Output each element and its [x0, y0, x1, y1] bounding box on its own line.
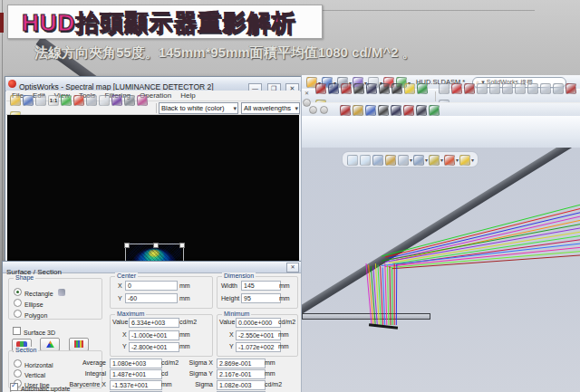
layers-icon[interactable] — [111, 95, 122, 106]
surface-section-panel: Surface / Section ✕ Shape Rectangle Elli… — [2, 261, 302, 392]
center-x-field[interactable]: 0 — [125, 281, 178, 291]
zoom-fit-icon[interactable] — [347, 155, 358, 166]
height-field[interactable]: 95 — [241, 293, 281, 303]
view-orientation-dropdown-icon[interactable]: ▾ — [410, 158, 412, 163]
selection-handle[interactable] — [153, 243, 159, 248]
optis-q3-icon[interactable] — [340, 105, 351, 116]
scene-ball-icon[interactable] — [459, 155, 470, 166]
forward-icon[interactable] — [320, 106, 328, 114]
center-legend: Center — [115, 272, 138, 279]
shape-group: Shape Rectangle Ellipse Polygon — [8, 278, 102, 320]
slide-corner-chip — [0, 13, 4, 33]
optis-q1-icon[interactable] — [315, 83, 326, 94]
expand-icon[interactable] — [86, 95, 97, 106]
adjust-icon[interactable] — [137, 95, 148, 106]
image-dark-icon[interactable] — [378, 105, 389, 116]
realview-icon[interactable] — [444, 155, 455, 166]
stat-left-label: Average — [63, 359, 106, 366]
gray-2-icon[interactable] — [477, 83, 488, 94]
solidworks-secondary-toolbar — [302, 102, 580, 117]
k-red-icon[interactable] — [464, 83, 475, 94]
minimum-group: Minimum Value 0.000e+000 cd/m2 X -2.550e… — [217, 314, 298, 357]
pencil-2-icon[interactable] — [365, 105, 376, 116]
maximum-group: Maximum Value 6.334e+003 cd/m2 X -1.000e… — [110, 314, 213, 357]
levels-icon[interactable] — [124, 95, 135, 106]
copy-icon[interactable] — [99, 95, 110, 106]
gray-6-icon[interactable] — [527, 83, 538, 94]
command-manager-band: 快速篩選 — [302, 116, 580, 148]
color-grid-button[interactable] — [69, 338, 89, 351]
view-orientation-icon[interactable] — [398, 155, 409, 166]
optisworks-titlebar[interactable]: OptisWorks - Spectral map [LUMINANCE DET… — [5, 77, 301, 91]
slide-canvas: HUD抬頭顯示器重影解析 法線方向夾角55度。145mm*95mm面積平均值10… — [0, 0, 580, 392]
realview-dropdown-icon[interactable]: ▾ — [456, 158, 459, 163]
hide-show-icon[interactable] — [429, 155, 440, 166]
gray-5-icon[interactable] — [515, 83, 526, 94]
display-style-dropdown-icon[interactable]: ▾ — [425, 158, 428, 163]
optis-q4-icon[interactable] — [403, 105, 414, 116]
optisworks-app-icon — [8, 80, 16, 88]
texture-4-icon[interactable] — [392, 83, 402, 94]
hide-show-dropdown-icon[interactable]: ▾ — [440, 158, 443, 163]
bulb-yellow-icon[interactable] — [404, 83, 415, 94]
gray-8-icon[interactable] — [553, 83, 564, 94]
texture-3-icon[interactable] — [379, 83, 390, 94]
selection-handle[interactable] — [124, 243, 130, 248]
one-to-one-icon[interactable]: 1:1 — [48, 95, 59, 106]
red-plus-icon[interactable] — [451, 83, 462, 94]
chart-dark-icon[interactable] — [416, 105, 427, 116]
optis-pointer-icon[interactable] — [328, 83, 339, 94]
gray-3-icon[interactable] — [489, 83, 500, 94]
width-field[interactable]: 145 — [241, 281, 281, 291]
save-icon[interactable] — [23, 95, 34, 106]
maximum-legend: Maximum — [115, 311, 146, 317]
panel-close-button[interactable]: ✕ — [286, 263, 299, 272]
roll-up-icon[interactable] — [303, 99, 311, 107]
stat-right-row: Sigma1.082e-003cd/m2 — [217, 379, 300, 390]
colormap-icon[interactable] — [73, 95, 84, 106]
center-y-field[interactable]: -60 — [125, 293, 178, 303]
pencil-1-icon[interactable] — [353, 105, 363, 116]
gray-4-icon[interactable] — [502, 83, 513, 94]
optis-q2-icon[interactable] — [341, 83, 352, 94]
wavelength-select[interactable]: All wavelengths — [241, 102, 300, 114]
image-map-icon[interactable] — [391, 105, 401, 116]
previous-view-icon[interactable] — [372, 155, 383, 166]
colormap-select[interactable]: Black to white (color) — [159, 102, 238, 114]
dimension-legend: Dimension — [222, 272, 256, 279]
texture-2-icon[interactable] — [366, 83, 377, 94]
panel-titlebar[interactable]: Surface / Section ✕ — [3, 262, 301, 273]
zoom-icon[interactable] — [35, 95, 46, 106]
scene-ball-dropdown-icon[interactable]: ▾ — [471, 158, 474, 163]
k-red-2-icon[interactable] — [566, 83, 576, 94]
stat-right-value: 2.167e-001 — [217, 369, 266, 379]
gray-7-icon[interactable] — [540, 83, 551, 94]
zoom-area-icon[interactable] — [360, 155, 371, 166]
display-style-icon[interactable] — [413, 155, 424, 166]
stat-right-label: Sigma Y — [169, 370, 213, 377]
page-title: HUD抬頭顯示器重影解析 — [22, 7, 295, 39]
stat-left-value: -1.537e+001 — [110, 380, 162, 390]
stat-left-value: 1.487e+001 — [110, 369, 162, 379]
optisworks-toolbar: 1:1 Black to white (color) All wavelengt… — [6, 101, 300, 115]
globe-green-icon[interactable] — [417, 83, 428, 94]
dimension-group: Dimension Width 145 mm Height 95 mm — [217, 276, 298, 309]
auto-update-checkbox[interactable]: Automatic update — [10, 378, 70, 392]
solidworks-viewport[interactable]: ▾▾▾▾▾ — [302, 148, 580, 392]
globe-2-icon[interactable] — [429, 105, 440, 116]
view-toolbar-icons: ▾▾▾▾▾ — [346, 151, 474, 167]
cie-triangle-icon[interactable] — [61, 95, 72, 106]
close-toolbar-icon[interactable]: ✕ — [304, 90, 309, 96]
selection-handle[interactable] — [179, 243, 185, 248]
open-folder-icon[interactable] — [10, 95, 21, 106]
stat-left-label: Barycentre X — [63, 381, 106, 387]
gray-1-icon[interactable] — [439, 83, 450, 94]
min-value-field: 0.000e+000 — [236, 318, 281, 328]
solidworks-window: ▾▾▾▾▾▾ HUD.SLDASM * ⌕ ▾ SolidWorks 搜尋 ✕ — [301, 75, 580, 392]
stat-left-value: 1.080e+003 — [110, 359, 162, 368]
texture-1-icon[interactable] — [353, 83, 364, 94]
cie-gamut-button[interactable] — [40, 338, 60, 351]
radio-polygon[interactable]: Polygon — [14, 305, 47, 321]
menu-help[interactable]: Help — [180, 91, 195, 100]
section-view-icon[interactable] — [385, 155, 396, 166]
